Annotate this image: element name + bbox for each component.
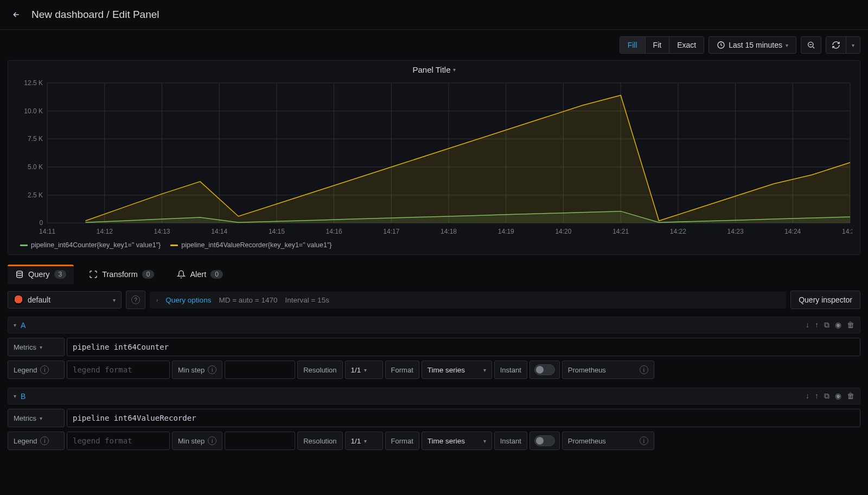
format-select[interactable]: Time series▾ (422, 361, 492, 379)
timerange-picker[interactable]: Last 15 minutes ▾ (709, 36, 796, 54)
info-icon: i (208, 436, 216, 445)
minstep-label: Min stepi (172, 432, 222, 450)
chevron-down-icon: ▾ (40, 344, 42, 350)
datasource-help-button[interactable]: ? (126, 291, 145, 309)
query-count-badge: 3 (54, 270, 67, 279)
svg-text:14:20: 14:20 (555, 228, 571, 235)
zoom-out-icon (807, 41, 815, 49)
svg-text:14:25: 14:25 (842, 228, 852, 235)
panel-title[interactable]: Panel Title ▾ (8, 61, 860, 76)
svg-text:10.0 K: 10.0 K (24, 107, 43, 115)
back-button[interactable] (9, 7, 24, 22)
query-header[interactable]: ▾ B ↓ ↑ ⧉ ◉ 🗑 (8, 388, 860, 404)
toggle-visibility-button[interactable]: ◉ (835, 391, 841, 401)
info-icon: i (640, 436, 648, 445)
legend-input[interactable] (67, 432, 170, 450)
refresh-button[interactable] (826, 37, 846, 53)
resolution-select[interactable]: 1/1▾ (345, 361, 383, 379)
transform-icon (89, 270, 98, 279)
datasource-select[interactable]: default ▾ (8, 291, 122, 308)
chevron-down-icon: ▾ (453, 67, 456, 73)
query-options-bar[interactable]: › Query options MD = auto = 1470 Interva… (150, 292, 786, 308)
legend-input[interactable] (67, 361, 170, 379)
legend-swatch (20, 245, 28, 246)
query-editor-A: ▾ A ↓ ↑ ⧉ ◉ 🗑 Metrics▾ Legendi Min stepi (0, 313, 868, 384)
svg-text:7.5 K: 7.5 K (28, 135, 43, 143)
legend-swatch (170, 245, 178, 246)
svg-text:14:12: 14:12 (97, 228, 113, 235)
legend-item[interactable]: pipeline_int64Counter{key_key1=" value1"… (20, 241, 161, 249)
minstep-label: Min stepi (172, 361, 222, 379)
chevron-right-icon: › (156, 297, 158, 303)
svg-text:2.5 K: 2.5 K (28, 191, 43, 199)
delete-query-button[interactable]: 🗑 (847, 320, 854, 330)
tab-transform[interactable]: Transform 0 (81, 265, 162, 284)
transform-count-badge: 0 (142, 270, 155, 279)
legend-label: Legendi (8, 361, 65, 379)
chart-legend: pipeline_int64Counter{key_key1=" value1"… (8, 239, 860, 254)
chevron-down-icon: ▾ (113, 297, 116, 303)
info-icon: i (640, 365, 648, 374)
resolution-label: Resolution (297, 361, 342, 379)
refresh-icon (832, 41, 840, 49)
instant-toggle[interactable] (534, 435, 555, 446)
svg-text:0: 0 (39, 219, 43, 227)
query-options-link[interactable]: Query options (165, 296, 211, 304)
query-header[interactable]: ▾ A ↓ ↑ ⧉ ◉ 🗑 (8, 317, 860, 333)
instant-toggle[interactable] (534, 364, 555, 375)
move-up-button[interactable]: ↑ (815, 391, 819, 401)
info-icon: i (208, 365, 216, 374)
fit-button[interactable]: Fit (646, 37, 670, 53)
legend-label: pipeline_int64ValueRecorder{key_key1=" v… (181, 241, 331, 249)
resolution-label: Resolution (297, 432, 342, 450)
svg-text:14:11: 14:11 (39, 228, 55, 235)
svg-text:14:16: 14:16 (326, 228, 342, 235)
query-options-interval: Interval = 15s (285, 296, 329, 304)
legend-label: Legendi (8, 432, 65, 450)
query-options-md: MD = auto = 1470 (219, 296, 277, 304)
move-down-button[interactable]: ↓ (806, 391, 809, 401)
format-label: Format (385, 361, 419, 379)
fill-button[interactable]: Fill (620, 37, 646, 53)
metrics-input[interactable] (67, 338, 860, 356)
resolution-select[interactable]: 1/1▾ (345, 432, 383, 450)
tab-query[interactable]: Query 3 (8, 265, 74, 284)
minstep-input[interactable] (225, 432, 295, 450)
toggle-visibility-button[interactable]: ◉ (835, 320, 841, 330)
timerange-label: Last 15 minutes (729, 41, 782, 49)
timeseries-chart[interactable]: 02.5 K5.0 K7.5 K10.0 K12.5 K14:1114:1214… (16, 80, 852, 237)
query-inspector-button[interactable]: Query inspector (790, 291, 860, 309)
delete-query-button[interactable]: 🗑 (847, 391, 854, 401)
exact-button[interactable]: Exact (669, 37, 704, 53)
metrics-input[interactable] (67, 409, 860, 427)
source-label: Prometheusi (562, 361, 654, 379)
minstep-input[interactable] (225, 361, 295, 379)
svg-text:14:23: 14:23 (727, 228, 744, 235)
metrics-label[interactable]: Metrics▾ (8, 409, 65, 427)
svg-text:12.5 K: 12.5 K (24, 80, 43, 87)
format-select[interactable]: Time series▾ (422, 432, 492, 450)
svg-text:14:24: 14:24 (784, 228, 801, 235)
svg-text:14:21: 14:21 (612, 228, 629, 235)
chevron-down-icon: ▾ (786, 42, 788, 48)
metrics-label[interactable]: Metrics▾ (8, 338, 65, 356)
svg-text:14:15: 14:15 (269, 228, 285, 235)
legend-item[interactable]: pipeline_int64ValueRecorder{key_key1=" v… (170, 241, 331, 249)
zoom-out-button[interactable] (801, 36, 821, 54)
svg-text:14:14: 14:14 (211, 228, 227, 235)
chevron-down-icon: ▾ (483, 367, 486, 373)
header: New dashboard / Edit Panel (0, 0, 868, 30)
move-up-button[interactable]: ↑ (815, 320, 819, 330)
move-down-button[interactable]: ↓ (806, 320, 809, 330)
duplicate-button[interactable]: ⧉ (824, 320, 829, 330)
info-icon: i (40, 436, 49, 445)
panel-toolbar: Fill Fit Exact Last 15 minutes ▾ ▾ (0, 30, 868, 60)
alert-count-badge: 0 (210, 270, 223, 279)
tab-alert[interactable]: Alert 0 (169, 265, 231, 284)
refresh-interval-dropdown[interactable]: ▾ (846, 37, 860, 53)
instant-toggle-wrap (529, 361, 560, 379)
svg-text:14:18: 14:18 (441, 228, 457, 235)
chevron-down-icon: ▾ (483, 438, 486, 444)
duplicate-button[interactable]: ⧉ (824, 391, 829, 401)
chevron-down-icon: ▾ (364, 367, 367, 373)
